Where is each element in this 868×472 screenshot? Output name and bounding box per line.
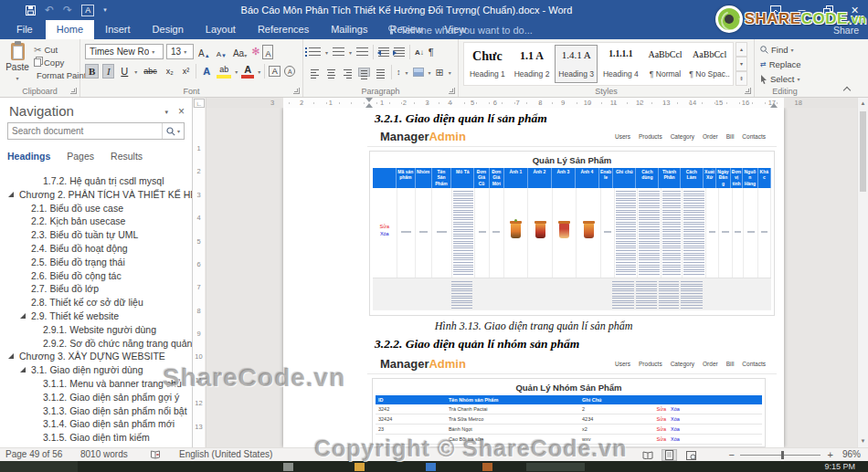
navigation-heading-item[interactable]: 2.1. Biểu đồ use case [0,202,192,215]
scrollbar-thumb[interactable] [860,111,866,192]
taskbar-folder-icon[interactable] [355,463,365,471]
font-color-button[interactable]: A [241,64,254,79]
bold-button[interactable]: B [85,64,99,79]
navigation-heading-item[interactable]: 2.9.1. Website người dùng [0,323,192,337]
styles-scroll-up-icon[interactable]: ▴ [736,42,747,57]
navigation-heading-item[interactable]: 2.7. Biểu đồ lớp [0,282,192,296]
phonetic-guide-icon[interactable]: A [262,45,273,59]
styles-scroll-down-icon[interactable]: ▾ [736,57,747,71]
language-indicator[interactable]: English (United States) [179,448,272,461]
increase-indent-icon[interactable] [394,47,405,57]
ribbon-tab[interactable]: Home [46,20,94,39]
scroll-up-icon[interactable]: ▲ [858,98,868,110]
italic-button[interactable]: I [102,64,114,79]
taskbar-app-icon[interactable] [482,463,492,471]
navigation-heading-item[interactable]: 2.3. Biểu đồ tuần tự UML [0,228,192,242]
proofing-icon[interactable] [151,450,161,459]
styles-dialog-launcher[interactable] [745,88,751,94]
zoom-slider-track[interactable] [740,455,820,456]
copy-button[interactable]: Copy [34,56,79,68]
align-right-icon[interactable] [342,68,354,77]
ribbon-tab[interactable]: Design [142,20,195,39]
ribbon-display-options-icon[interactable] [762,0,789,20]
navigation-heading-item[interactable]: 2.4. Biểu đồ hoạt động [0,242,192,256]
navigation-tab[interactable]: Headings [7,151,50,162]
navigation-heading-item[interactable]: 3.1.4. Giao diện sản phẩm mới [0,417,192,431]
text-effects-button[interactable]: A [200,65,213,78]
style-card[interactable]: 1.1.1.1 Heading 4 [599,45,642,83]
navigation-heading-item[interactable]: 1.7.2. Hệ quản trị csdl mysql [0,174,192,188]
print-layout-button[interactable] [662,449,677,461]
enclose-characters-icon[interactable]: A [284,66,295,77]
line-spacing-icon[interactable]: ↕ [397,68,401,77]
clipboard-dialog-launcher[interactable] [70,88,77,94]
search-go[interactable]: ▾ [162,123,184,139]
ribbon-tab[interactable]: Layout [195,20,247,39]
superscript-button[interactable]: x² [180,66,193,77]
subscript-button[interactable]: x₂ [164,66,176,77]
find-button[interactable]: Find ▾ [760,45,794,55]
distribute-icon[interactable] [375,68,386,77]
minimize-icon[interactable]: ─ [789,0,815,20]
document-page[interactable]: 3.2.1. Giao diện quản lí sản phẩm Manage… [283,108,784,447]
shrink-font-button[interactable]: A▼ [215,45,228,59]
grow-font-button[interactable]: A▲ [196,45,212,59]
paste-button[interactable]: Paste ▾ [4,42,31,84]
tab-selector-icon[interactable]: ∟ [194,99,205,108]
ribbon-tab[interactable]: File [4,20,46,39]
bullets-icon[interactable] [309,47,321,58]
decrease-indent-icon[interactable] [378,47,389,57]
navigation-heading-item[interactable]: 3.1.2. Giao diện sản phẩm gợi ý [0,391,192,404]
style-card[interactable]: Chưc Heading 1 [466,45,509,83]
redo-icon[interactable]: ↷ [63,0,72,20]
navigation-heading-item[interactable]: 2.9.2. Sơ đồ chức năng trang quản trị [0,337,192,351]
navigation-heading-item[interactable]: Chương 2. PHÂN TÍCH VÀ THIẾT KẾ HỆ TH... [0,188,192,202]
navigation-heading-item[interactable]: 3.1.5. Giao diện tìm kiếm [0,431,192,445]
navigation-heading-item[interactable]: 2.9. Thiết kế website [0,309,192,323]
style-card[interactable]: AaBbCcl ¶ Normal [644,45,687,83]
justify-icon[interactable] [358,68,370,77]
paragraph-dialog-launcher[interactable] [449,88,455,94]
font-size-select[interactable]: 13▾ [166,44,194,59]
close-icon[interactable]: × [842,0,868,20]
align-left-icon[interactable] [309,68,321,77]
navigation-heading-item[interactable]: 2.6. Biểu đồ cộng tác [0,269,192,283]
strikethrough-button[interactable]: abc [141,66,160,77]
paste-dropdown-icon[interactable]: ▾ [16,76,18,81]
taskbar-active-app[interactable] [526,463,585,471]
page-indicator[interactable]: Page 49 of 56 [5,448,62,461]
search-input[interactable] [8,126,162,136]
replace-button[interactable]: ⇄ Replace [760,59,801,69]
cut-button[interactable]: ✂Cut [34,43,79,56]
style-card[interactable]: 1.1 A Heading 2 [511,45,554,83]
collapse-ribbon-icon[interactable] [842,86,852,93]
underline-dropdown-icon[interactable]: ▾ [134,68,137,75]
navigation-tab[interactable]: Pages [67,151,94,162]
navigation-heading-item[interactable]: 3.1. Giao diện người dùng [0,363,192,377]
vertical-scrollbar[interactable]: ▲ ▼ [857,98,868,447]
align-center-icon[interactable] [325,68,337,77]
navigation-heading-item[interactable]: 2.2. Kịch bản usecase [0,215,192,228]
read-mode-button[interactable] [640,449,655,461]
navigation-heading-item[interactable]: 3.1.1. Menu và banner trang chủ [0,377,192,391]
style-card[interactable]: 1.4.1 A Heading 3 [555,45,598,83]
ribbon-tab[interactable]: References [247,20,320,39]
numbering-icon[interactable] [333,47,344,58]
font-family-select[interactable]: Times New Ro▾ [85,44,164,59]
taskbar-start-area[interactable] [0,461,78,472]
navigation-options-icon[interactable]: ▾ [164,109,168,116]
style-card[interactable]: AaBbCcl ¶ No Spac... [688,45,731,83]
taskbar-app-icon[interactable] [426,463,436,471]
ribbon-tab[interactable]: Insert [94,20,142,39]
ribbon-tab[interactable]: Mailings [320,20,378,39]
customize-qat-icon[interactable]: ▾ [103,0,107,20]
touch-mode-icon[interactable]: A [81,5,94,16]
zoom-level[interactable]: 96% [842,448,861,461]
navigation-heading-item[interactable]: 3.1.3. Giao diện sản phẩm nổi bật [0,404,192,418]
multilevel-list-icon[interactable] [356,47,368,58]
navigation-tab[interactable]: Results [111,151,143,162]
web-layout-button[interactable] [683,449,699,461]
select-button[interactable]: Select ▾ [760,74,799,84]
taskbar-app-icon[interactable] [283,463,293,471]
change-case-button[interactable]: Aa▾ [231,45,249,59]
